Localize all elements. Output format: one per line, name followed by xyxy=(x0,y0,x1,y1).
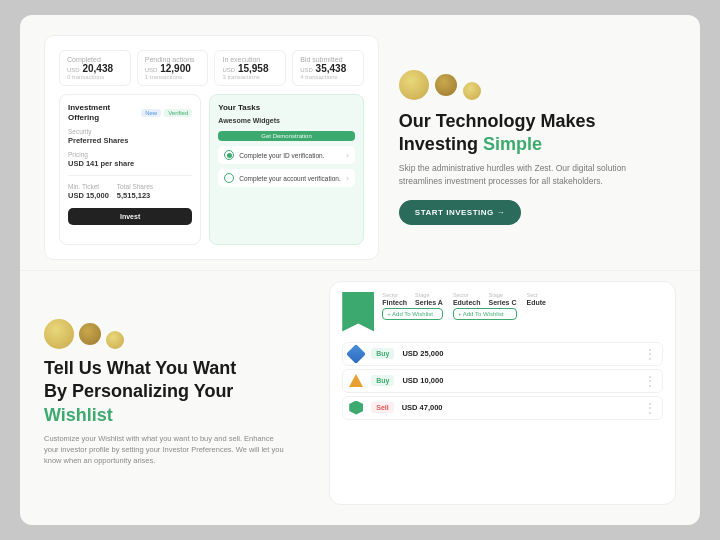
divider xyxy=(68,175,192,176)
invest-min-row: Min. Ticket USD 15,000 Total Shares 5,51… xyxy=(68,183,192,200)
col1-stage: Stage Series A xyxy=(415,292,443,306)
stat-pending: Pending actions USD 12,900 1 transaction… xyxy=(137,50,209,86)
wishlist-item-2: Buy USD 10,000 ⋮ xyxy=(342,369,663,393)
tasks-card: Your Tasks Awesome Widgets Get Demonstra… xyxy=(209,94,364,245)
investment-offering-card: Investment Offering New Verified Securit… xyxy=(59,94,201,245)
task-check-1 xyxy=(224,150,234,160)
stat-execution: In execution USD 15,958 3 transactions xyxy=(214,50,286,86)
top-description: Skip the administrative hurdles with Zes… xyxy=(399,162,659,188)
orb-bottom-small xyxy=(106,331,124,349)
wi-action-2: Buy xyxy=(371,375,394,386)
bottom-description: Customize your Wishlist with what you wa… xyxy=(44,433,284,467)
col3-sector: Sect Edute xyxy=(527,292,546,306)
task-item-1: Complete your ID verification. › xyxy=(218,146,355,164)
get-demonstration-button[interactable]: Get Demonstration xyxy=(218,131,355,141)
stat-completed: Completed USD 20,438 0 transactions xyxy=(59,50,131,86)
page-wrapper: Completed USD 20,438 0 transactions Pend… xyxy=(20,15,700,525)
wishlist-col-3: Sect Edute xyxy=(527,292,546,320)
bottom-section: Tell Us What You Want By Personalizing Y… xyxy=(20,270,700,526)
col1-sector: Sector Fintech xyxy=(382,292,407,306)
logo-triangle xyxy=(349,374,363,387)
col2-stage: Stage Series C xyxy=(489,292,517,306)
task-item-2: Complete your account verification. › xyxy=(218,169,355,187)
wishlist-col-1: Sector Fintech Stage Series A + Add To W… xyxy=(382,292,443,320)
invest-pricing-col: Pricing USD 141 per share xyxy=(68,151,134,168)
bottom-left: Tell Us What You Want By Personalizing Y… xyxy=(44,281,309,506)
logo-hex xyxy=(349,401,363,415)
dashboard-card: Completed USD 20,438 0 transactions Pend… xyxy=(44,35,379,260)
wi-amount-2: USD 10,000 xyxy=(402,376,443,385)
invest-min-col: Min. Ticket USD 15,000 xyxy=(68,183,109,200)
wishlist-item-3: Sell USD 47,000 ⋮ xyxy=(342,396,663,420)
wi-dots-2[interactable]: ⋮ xyxy=(644,374,656,388)
invest-total-col: Total Shares 5,515,123 xyxy=(117,183,153,200)
start-investing-button[interactable]: START INVESTING → xyxy=(399,200,521,225)
main-heading: Our Technology Makes Investing Simple xyxy=(399,110,676,157)
stats-row: Completed USD 20,438 0 transactions Pend… xyxy=(59,50,364,86)
invest-info-row: Security Preferred Shares xyxy=(68,128,192,145)
stat-bid: Bid submitted USD 35,438 4 transactions xyxy=(292,50,364,86)
orbs-top xyxy=(399,70,676,100)
badge-new: New xyxy=(141,109,161,117)
top-section: Completed USD 20,438 0 transactions Pend… xyxy=(20,15,700,270)
wi-action-3: Sell xyxy=(371,402,393,413)
invest-button[interactable]: Invest xyxy=(68,208,192,225)
orb-bottom-medium xyxy=(79,323,101,345)
orb-small xyxy=(463,82,481,100)
col2-sector: Sector Edutech xyxy=(453,292,481,306)
wishlist-card: Sector Fintech Stage Series A + Add To W… xyxy=(329,281,676,506)
task-company-name: Awesome Widgets xyxy=(218,117,355,124)
task-check-2 xyxy=(224,173,234,183)
task-arrow-2: › xyxy=(346,174,349,183)
wishlist-item-1: Buy USD 25,000 ⋮ xyxy=(342,342,663,366)
wishlist-items: Buy USD 25,000 ⋮ Buy USD 10,000 ⋮ Sell U… xyxy=(330,338,675,428)
wishlist-columns: Sector Fintech Stage Series A + Add To W… xyxy=(382,292,663,320)
logo-diamond xyxy=(346,344,366,364)
wishlist-col-2-header: Sector Edutech Stage Series C xyxy=(453,292,517,306)
add-wishlist-btn-1[interactable]: + Add To Wishlist xyxy=(382,308,443,320)
wi-dots-1[interactable]: ⋮ xyxy=(644,347,656,361)
wishlist-col-2: Sector Edutech Stage Series C + Add To W… xyxy=(453,292,517,320)
wishlist-top-area: Sector Fintech Stage Series A + Add To W… xyxy=(330,282,675,338)
orb-medium xyxy=(435,74,457,96)
badge-row: New Verified xyxy=(141,109,192,117)
tasks-header: Your Tasks xyxy=(218,103,355,112)
add-wishlist-btn-2[interactable]: + Add To Wishlist xyxy=(453,308,517,320)
orb-large xyxy=(399,70,429,100)
cards-row: Investment Offering New Verified Securit… xyxy=(59,94,364,245)
task-arrow-1: › xyxy=(346,151,349,160)
wishlist-col-3-header: Sect Edute xyxy=(527,292,546,306)
invest-security-col: Security Preferred Shares xyxy=(68,128,128,145)
wi-amount-1: USD 25,000 xyxy=(402,349,443,358)
bottom-heading: Tell Us What You Want By Personalizing Y… xyxy=(44,357,309,427)
wishlist-col-1-header: Sector Fintech Stage Series A xyxy=(382,292,443,306)
wi-action-1: Buy xyxy=(371,348,394,359)
wi-amount-3: USD 47,000 xyxy=(402,403,443,412)
top-right-content: Our Technology Makes Investing Simple Sk… xyxy=(399,35,676,260)
orbs-bottom xyxy=(44,319,309,349)
wi-dots-3[interactable]: ⋮ xyxy=(644,401,656,415)
orb-bottom-large xyxy=(44,319,74,349)
badge-verified: Verified xyxy=(164,109,192,117)
invest-card-header: Investment Offering New Verified xyxy=(68,103,192,122)
invest-pricing-row: Pricing USD 141 per share xyxy=(68,151,192,168)
bookmark-icon xyxy=(342,292,374,332)
